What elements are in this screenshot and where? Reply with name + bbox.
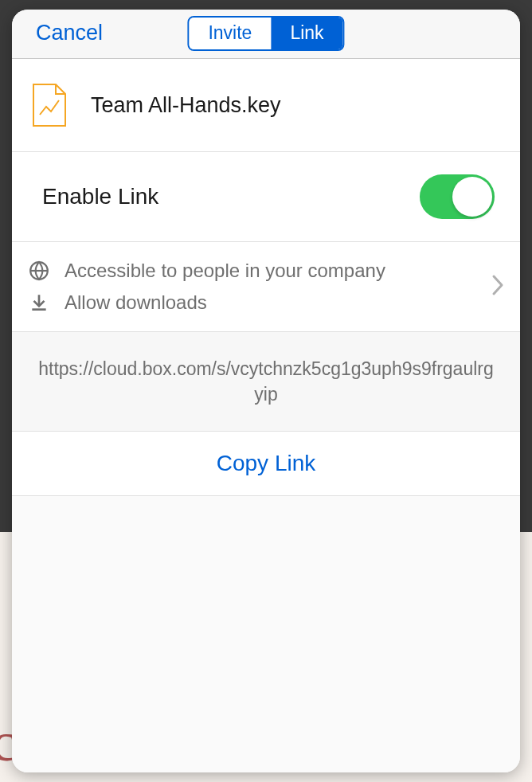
download-icon bbox=[28, 291, 50, 314]
toggle-knob bbox=[452, 177, 492, 217]
keynote-file-icon bbox=[32, 83, 67, 127]
share-url-text: https://cloud.box.com/s/vcytchnzk5cg1g3u… bbox=[36, 356, 496, 407]
enable-link-toggle[interactable] bbox=[420, 174, 495, 219]
copy-link-row: Copy Link bbox=[12, 432, 520, 496]
modal-spacer bbox=[12, 496, 520, 772]
share-url-row: https://cloud.box.com/s/vcytchnzk5cg1g3u… bbox=[12, 332, 520, 432]
download-permission-row: Allow downloads bbox=[28, 291, 385, 314]
enable-link-label: Enable Link bbox=[42, 184, 158, 209]
cancel-button[interactable]: Cancel bbox=[36, 21, 103, 45]
file-info-row: Team All-Hands.key bbox=[12, 59, 520, 152]
download-permission-text: Allow downloads bbox=[65, 291, 207, 314]
tab-link[interactable]: Link bbox=[271, 18, 342, 49]
share-modal: Cancel Invite Link Team All-Hands.key En… bbox=[12, 10, 520, 772]
chevron-right-icon bbox=[491, 274, 504, 299]
modal-header: Cancel Invite Link bbox=[12, 10, 520, 59]
access-permission-row: Accessible to people in your company bbox=[28, 260, 385, 282]
globe-icon bbox=[28, 260, 50, 282]
access-permission-text: Accessible to people in your company bbox=[65, 260, 385, 282]
tab-invite[interactable]: Invite bbox=[189, 18, 271, 49]
share-mode-tabs: Invite Link bbox=[187, 16, 344, 51]
permissions-list: Accessible to people in your company All… bbox=[28, 260, 385, 314]
file-name-label: Team All-Hands.key bbox=[91, 93, 281, 118]
link-permissions-row[interactable]: Accessible to people in your company All… bbox=[12, 242, 520, 332]
copy-link-button[interactable]: Copy Link bbox=[217, 451, 316, 476]
enable-link-row: Enable Link bbox=[12, 152, 520, 242]
